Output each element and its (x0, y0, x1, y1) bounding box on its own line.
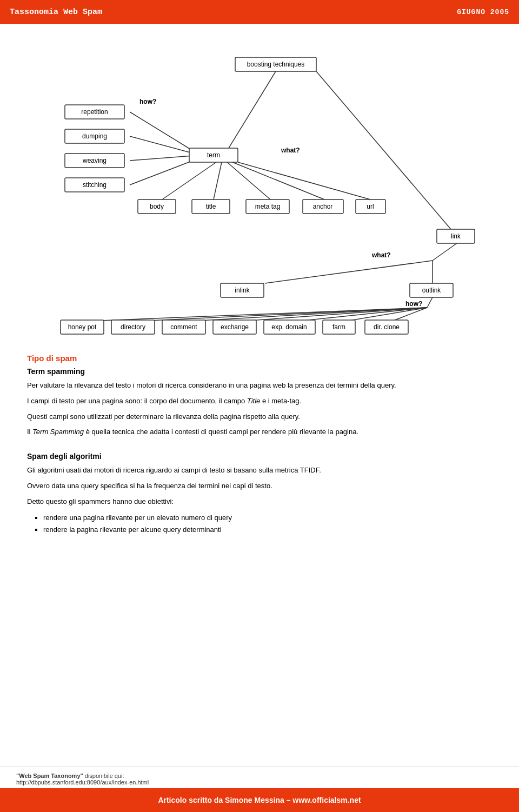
svg-text:url: url (367, 203, 374, 210)
paragraph-7: Detto questo gli spammers hanno due obie… (27, 496, 492, 508)
paragraph-5: Gli algoritmi usati dai motori di ricerc… (27, 465, 492, 476)
svg-text:outlink: outlink (422, 287, 442, 294)
svg-text:what?: what? (371, 251, 391, 259)
svg-text:exp. domain: exp. domain (271, 323, 307, 331)
subsection-term-spamming: Term spamming (27, 367, 492, 376)
svg-text:exchange: exchange (221, 323, 249, 331)
svg-text:dumping: dumping (82, 132, 107, 140)
svg-text:repetition: repetition (81, 108, 108, 116)
taxonomy-diagram: how? what? what? how? boosting technique… (16, 35, 503, 337)
para4-suffix: è quella tecnica che adatta i contesti d… (84, 428, 358, 436)
svg-text:title: title (206, 203, 216, 210)
svg-line-8 (227, 162, 270, 199)
svg-text:how?: how? (139, 98, 156, 105)
footer-url: http://dbpubs.stanford.edu:8090/aux/inde… (16, 779, 149, 786)
footer-bottom-bar: Articolo scritto da Simone Messina – www… (0, 788, 519, 812)
svg-line-14 (427, 297, 432, 308)
bullet-item-1: rendere una pagina rilevante per un elev… (43, 512, 492, 524)
svg-text:honey pot: honey pot (68, 323, 97, 331)
bullet-list: rendere una pagina rilevante per un elev… (43, 512, 492, 536)
header-title: Tassonomia Web Spam (10, 8, 102, 17)
bullet-item-2: rendere la pagina rilevante per alcune q… (43, 524, 492, 536)
footer-ref-suffix: disponibile qui: (83, 773, 124, 779)
svg-line-16 (138, 308, 427, 321)
paragraph-1: Per valutare la rilevanza del testo i mo… (27, 380, 492, 391)
footer-ref-bold: "Web Spam Taxonomy" (16, 773, 83, 779)
diagram-area: how? what? what? how? boosting technique… (0, 24, 519, 343)
svg-text:dir. clone: dir. clone (374, 323, 400, 331)
para2-italic: Title (247, 397, 260, 405)
paragraph-2: I campi di testo per una pagina sono: il… (27, 396, 492, 407)
para2-suffix: e i meta-tag. (260, 397, 301, 405)
svg-text:body: body (150, 203, 164, 210)
page-header: Tassonomia Web Spam GIUGNO 2005 (0, 0, 519, 24)
svg-line-9 (232, 162, 324, 199)
svg-line-11 (432, 243, 457, 261)
svg-line-7 (214, 162, 222, 199)
svg-line-6 (162, 162, 216, 199)
svg-text:stitching: stitching (83, 181, 107, 189)
svg-text:boosting techniques: boosting techniques (247, 61, 305, 68)
svg-line-0 (224, 71, 276, 155)
footer-reference: "Web Spam Taxonomy" disponibile qui: htt… (0, 767, 519, 788)
subsection-spam-algoritmi: Spam degli algoritmi (27, 452, 492, 461)
svg-text:term: term (207, 151, 220, 159)
paragraph-6: Ovvero data una query specifica si ha la… (27, 481, 492, 492)
footer-bottom-text: Articolo scritto da Simone Messina – www… (158, 796, 361, 804)
svg-text:meta tag: meta tag (255, 203, 281, 210)
svg-text:link: link (451, 232, 461, 240)
para2-prefix: I campi di testo per una pagina sono: il… (27, 397, 247, 405)
para4-prefix: Il (27, 428, 32, 436)
svg-text:anchor: anchor (313, 203, 333, 210)
main-content: Tipo di spam Term spamming Per valutare … (0, 343, 519, 547)
paragraph-4: Il Term Spamming è quella tecnica che ad… (27, 427, 492, 438)
paragraph-3: Questi campi sono utilizzati per determi… (27, 411, 492, 423)
para4-italic: Term Spamming (32, 428, 84, 436)
svg-line-18 (242, 308, 427, 321)
svg-line-10 (238, 162, 370, 199)
svg-text:weaving: weaving (82, 157, 107, 164)
svg-text:inlink: inlink (235, 287, 250, 294)
svg-line-12 (265, 261, 432, 283)
svg-text:comment: comment (170, 323, 197, 331)
svg-line-19 (298, 308, 427, 321)
section-tipo-spam: Tipo di spam (27, 354, 492, 363)
svg-text:directory: directory (121, 323, 145, 331)
header-date: GIUGNO 2005 (457, 8, 509, 16)
footer-ref-text: "Web Spam Taxonomy" disponibile qui: htt… (16, 773, 503, 786)
svg-text:what?: what? (281, 147, 300, 154)
svg-line-17 (190, 308, 427, 321)
svg-text:farm: farm (332, 323, 345, 331)
svg-text:how?: how? (405, 300, 422, 308)
